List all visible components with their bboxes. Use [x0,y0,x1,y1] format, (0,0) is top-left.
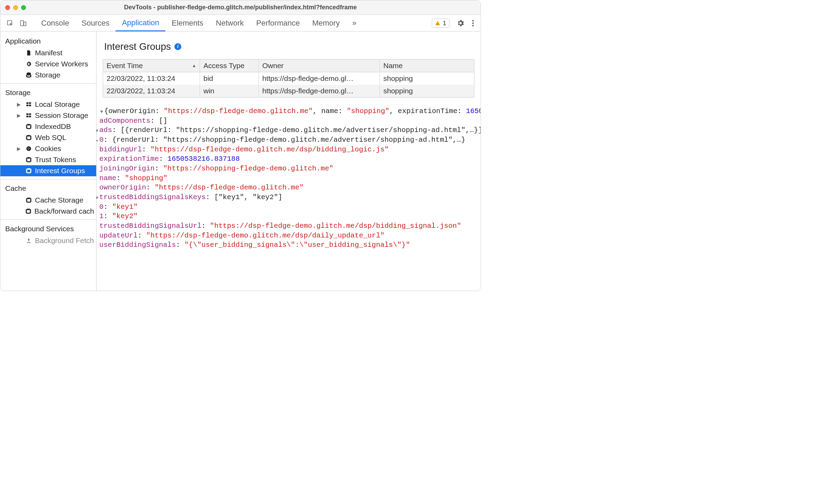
sidebar-item-indexeddb[interactable]: IndexedDB [0,121,96,132]
database-icon [25,168,32,174]
sidebar-section-application[interactable]: Application [0,35,96,47]
table-row[interactable]: 22/03/2022, 11:03:24 bid https://dsp-fle… [103,72,474,85]
collapse-caret-icon[interactable]: ▼ [97,195,99,201]
sidebar-section-background[interactable]: Background Services [0,223,96,235]
sidebar-item-cache-storage[interactable]: Cache Storage [0,195,96,206]
sort-asc-icon: ▲ [192,63,196,68]
svg-point-21 [27,157,31,159]
sidebar-item-local-storage[interactable]: ▶ Local Storage [0,99,96,110]
inspect-element-icon[interactable] [7,19,13,27]
svg-rect-12 [29,113,31,115]
window-controls [5,5,26,10]
grid-icon [25,101,32,108]
svg-rect-9 [26,105,28,106]
expand-caret-icon[interactable]: ▶ [17,146,21,151]
window-title: DevTools - publisher-fledge-demo.glitch.… [0,4,481,11]
object-detail-view: ▼{ownerOrigin: "https://dsp-fledge-demo.… [97,106,481,291]
svg-rect-1 [21,20,24,26]
table-row[interactable]: 22/03/2022, 11:03:24 win https://dsp-fle… [103,85,474,97]
tab-sources[interactable]: Sources [75,15,116,31]
maximize-window-button[interactable] [21,5,26,10]
th-name[interactable]: Name [380,59,474,72]
tab-network[interactable]: Network [210,15,250,31]
database-icon [25,72,32,78]
upload-icon [25,237,32,244]
detail-prop-tbsk[interactable]: ▼trustedBiddingSignalsKeys: ["key1", "ke… [97,193,478,202]
tab-elements[interactable]: Elements [165,15,210,31]
svg-point-17 [26,146,31,151]
panel-body: Application Manifest Service Workers Sto… [0,31,481,291]
detail-prop-ads[interactable]: ▼ads: [{renderUrl: "https://shopping-fle… [97,125,478,135]
detail-prop-tbsk-0[interactable]: 0: "key1" [99,202,478,212]
detail-prop-expirationtime[interactable]: expirationTime: 1650538216.837188 [99,154,478,164]
cookie-icon [25,146,32,152]
svg-point-18 [28,148,28,148]
detail-prop-tbsu[interactable]: trustedBiddingSignalsUrl: "https://dsp-f… [99,221,478,231]
minimize-window-button[interactable] [13,5,18,10]
sidebar-item-background-fetch[interactable]: Background Fetch [0,235,96,246]
sidebar-item-session-storage[interactable]: ▶ Session Storage [0,110,96,121]
tab-application[interactable]: Application [116,15,165,31]
tab-memory[interactable]: Memory [306,15,346,31]
expand-caret-icon[interactable]: ▶ [17,113,21,118]
file-icon [25,50,32,56]
th-access-type[interactable]: Access Type [200,59,259,72]
tab-strip: Console Sources Application Elements Net… [0,15,481,31]
sidebar-item-storage[interactable]: Storage [0,69,96,81]
svg-point-5 [472,25,474,26]
th-owner[interactable]: Owner [259,59,380,72]
collapse-caret-icon[interactable]: ▼ [99,109,104,115]
more-options-icon[interactable] [472,19,474,27]
detail-prop-name[interactable]: name: "shopping" [99,174,478,183]
svg-point-4 [472,22,474,24]
database-icon [25,123,32,130]
detail-prop-biddingurl[interactable]: biddingUrl: "https://dsp-fledge-demo.gli… [99,145,478,155]
expand-caret-icon[interactable]: ▶ [17,102,21,107]
detail-prop-userbiddingsignals[interactable]: userBiddingSignals: "{\"user_bidding_sig… [99,240,478,250]
th-event-time[interactable]: Event Time ▲ [103,59,200,72]
sidebar-item-manifest[interactable]: Manifest [0,47,96,58]
svg-rect-2 [24,22,26,26]
tab-performance[interactable]: Performance [250,15,306,31]
warning-count: 1 [443,19,446,27]
sidebar-item-interest-groups[interactable]: Interest Groups [0,165,96,176]
detail-prop-joiningorigin[interactable]: joiningOrigin: "https://shopping-fledge-… [99,164,478,174]
svg-point-22 [27,168,31,170]
collapse-caret-icon[interactable]: ▼ [97,128,99,134]
settings-icon[interactable] [456,19,465,27]
sidebar-item-service-workers[interactable]: Service Workers [0,58,96,69]
close-window-button[interactable] [5,5,10,10]
titlebar: DevTools - publisher-fledge-demo.glitch.… [0,0,481,15]
detail-prop-tbsk-1[interactable]: 1: "key2" [99,212,478,221]
tabs-overflow[interactable]: » [346,15,363,31]
interest-groups-table: Event Time ▲ Access Type Owner Name 22/0… [103,59,474,97]
sidebar-item-websql[interactable]: Web SQL [0,132,96,143]
sidebar-section-cache[interactable]: Cache [0,182,96,195]
svg-rect-13 [26,116,28,118]
info-icon[interactable]: i [174,43,181,50]
database-icon [25,197,32,203]
warnings-badge[interactable]: 1 [432,19,449,28]
device-toolbar-icon[interactable] [20,19,27,27]
database-icon [25,157,32,163]
sidebar-item-back-forward-cache[interactable]: Back/forward cach [0,206,96,217]
svg-rect-14 [29,116,31,118]
sidebar: Application Manifest Service Workers Sto… [0,31,97,291]
svg-point-20 [28,149,29,150]
detail-prop-ads-0[interactable]: ▶0: {renderUrl: "https://shopping-fledge… [97,135,478,145]
sidebar-item-cookies[interactable]: ▶ Cookies [0,143,96,154]
sidebar-section-storage[interactable]: Storage [0,86,96,99]
warning-icon [435,20,440,26]
detail-prop-adcomponents[interactable]: adComponents: [] [99,116,478,126]
database-icon [25,208,31,214]
tab-console[interactable]: Console [35,15,75,31]
sidebar-item-trust-tokens[interactable]: Trust Tokens [0,154,96,165]
svg-rect-25 [27,242,31,243]
expand-caret-icon[interactable]: ▶ [97,138,99,144]
detail-prop-ownerorigin[interactable]: ownerOrigin: "https://dsp-fledge-demo.gl… [99,183,478,193]
detail-summary[interactable]: ▼{ownerOrigin: "https://dsp-fledge-demo.… [99,106,478,116]
detail-prop-updateurl[interactable]: updateUrl: "https://dsp-fledge-demo.glit… [99,231,478,241]
database-icon [25,134,32,141]
svg-point-24 [26,209,30,211]
svg-point-19 [29,148,30,149]
